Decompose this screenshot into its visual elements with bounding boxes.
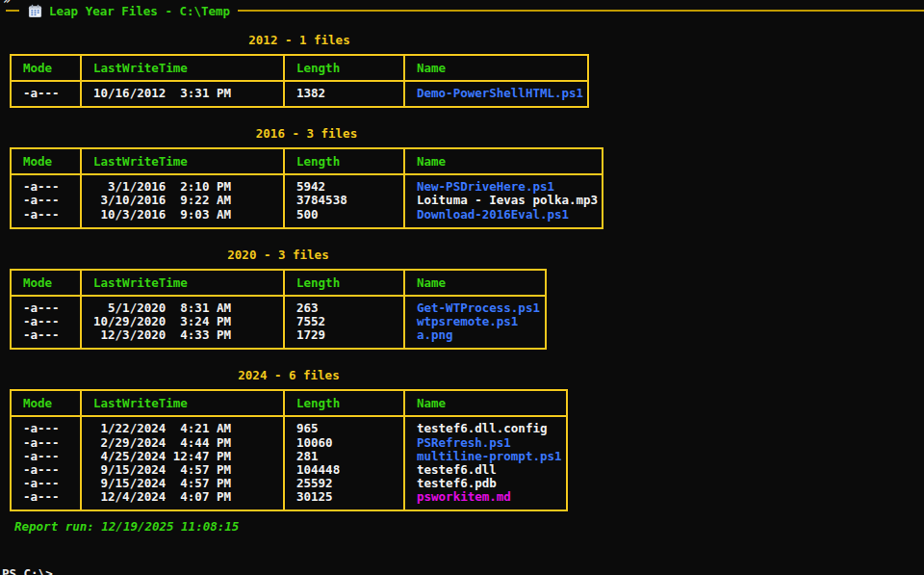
file-table: ModeLastWriteTimeLengthName-a---10/16/20… bbox=[10, 54, 589, 108]
mode-column: -a--- bbox=[12, 82, 82, 106]
column-header-name: Name bbox=[405, 390, 566, 416]
file-mode: -a--- bbox=[23, 208, 69, 222]
column-header-lastwritetime: LastWriteTime bbox=[82, 55, 285, 81]
table-header-row: ModeLastWriteTimeLengthName bbox=[12, 391, 566, 417]
group-title: 2024 - 6 files bbox=[10, 369, 568, 382]
mode-column: -a----a----a----a----a----a--- bbox=[12, 417, 82, 510]
lastwritetime-column: 10/16/2012 3:31 PM bbox=[82, 82, 285, 106]
file-name: testef6.dll.config bbox=[417, 422, 555, 435]
column-header-mode: Mode bbox=[12, 148, 82, 174]
file-length: 281 bbox=[296, 450, 393, 463]
file-mode: -a--- bbox=[23, 194, 69, 207]
file-mode: -a--- bbox=[23, 450, 69, 463]
shell-prompt[interactable]: PS C:\> bbox=[2, 566, 53, 575]
name-column: New-PSDriveHere.ps1Loituma - Ievas polka… bbox=[405, 175, 602, 227]
file-length: 5942 bbox=[296, 180, 393, 194]
file-lwt: 10/3/2016 9:03 AM bbox=[93, 208, 272, 222]
file-lwt: 9/15/2024 4:57 PM bbox=[93, 463, 272, 477]
file-mode: -a--- bbox=[23, 315, 69, 328]
column-header-mode: Mode bbox=[12, 270, 82, 296]
file-name: Demo-PowerShellHTML.ps1 bbox=[417, 87, 577, 100]
file-lwt: 12/4/2024 4:07 PM bbox=[93, 490, 272, 504]
file-name: PSRefresh.ps1 bbox=[417, 436, 555, 450]
file-mode: -a--- bbox=[23, 180, 69, 194]
file-name: testef6.dll bbox=[417, 463, 555, 477]
file-lwt: 12/3/2020 4:33 PM bbox=[93, 328, 272, 342]
column-header-name: Name bbox=[405, 148, 602, 174]
file-mode: -a--- bbox=[23, 422, 69, 435]
group-title: 2012 - 1 files bbox=[10, 34, 589, 47]
file-length: 263 bbox=[296, 301, 393, 315]
rule-dash bbox=[6, 10, 19, 12]
file-name: New-PSDriveHere.ps1 bbox=[417, 180, 591, 194]
file-table: ModeLastWriteTimeLengthName-a----a----a-… bbox=[10, 147, 603, 229]
report-header-rule: Leap Year Files - C:\Temp bbox=[6, 0, 924, 14]
group-title: 2016 - 3 files bbox=[10, 127, 603, 141]
table-header-row: ModeLastWriteTimeLengthName bbox=[12, 56, 587, 82]
file-name: Download-2016Eval.ps1 bbox=[417, 208, 591, 222]
file-length: 3784538 bbox=[296, 194, 393, 207]
lastwritetime-column: 3/1/2016 2:10 PM 3/10/2016 9:22 AM 10/3/… bbox=[82, 175, 285, 227]
column-header-lastwritetime: LastWriteTime bbox=[82, 390, 285, 416]
column-header-length: Length bbox=[285, 148, 405, 174]
mode-column: -a----a----a--- bbox=[12, 175, 82, 227]
length-column: 1382 bbox=[285, 82, 405, 106]
file-length: 500 bbox=[296, 208, 393, 222]
file-length: 1729 bbox=[296, 328, 393, 342]
column-header-lastwritetime: LastWriteTime bbox=[82, 148, 285, 174]
table-body: -a----a----a--- 5/1/2020 8:31 AM10/29/20… bbox=[12, 297, 545, 349]
length-column: 965100602811044482559230125 bbox=[285, 417, 405, 510]
report-run-timestamp: Report run: 12/19/2025 11:08:15 bbox=[10, 520, 924, 534]
table-header-row: ModeLastWriteTimeLengthName bbox=[12, 271, 545, 297]
file-table: ModeLastWriteTimeLengthName-a----a----a-… bbox=[10, 269, 547, 351]
length-column: 59423784538500 bbox=[285, 175, 405, 227]
lastwritetime-column: 5/1/2020 8:31 AM10/29/2020 3:24 PM 12/3/… bbox=[82, 297, 285, 349]
file-mode: -a--- bbox=[23, 477, 69, 490]
name-column: Get-WTProcess.ps1wtpsremote.ps1a.png bbox=[405, 297, 545, 349]
file-length: 965 bbox=[296, 422, 393, 435]
file-length: 10060 bbox=[296, 436, 393, 450]
column-header-length: Length bbox=[285, 390, 405, 416]
length-column: 26375521729 bbox=[285, 297, 405, 349]
year-group-2020: 2020 - 3 filesModeLastWriteTimeLengthNam… bbox=[10, 248, 924, 351]
file-name: psworkitem.md bbox=[417, 490, 555, 504]
file-lwt: 5/1/2020 8:31 AM bbox=[93, 301, 272, 315]
file-mode: -a--- bbox=[23, 463, 69, 477]
rule-fill bbox=[238, 10, 924, 12]
file-lwt: 1/22/2024 4:21 AM bbox=[93, 422, 272, 435]
file-lwt: 3/1/2016 2:10 PM bbox=[93, 180, 272, 194]
file-name: testef6.pdb bbox=[417, 477, 555, 490]
file-lwt: 2/29/2024 4:44 PM bbox=[93, 436, 272, 450]
file-mode: -a--- bbox=[23, 490, 69, 504]
file-mode: -a--- bbox=[23, 436, 69, 450]
file-name: multiline-prompt.ps1 bbox=[417, 450, 555, 463]
year-group-2016: 2016 - 3 filesModeLastWriteTimeLengthNam… bbox=[10, 127, 924, 229]
file-lwt: 9/15/2024 4:57 PM bbox=[93, 477, 272, 490]
calendar-icon bbox=[28, 4, 42, 18]
file-name: wtpsremote.ps1 bbox=[417, 315, 534, 328]
column-header-mode: Mode bbox=[12, 390, 82, 416]
table-body: -a----a----a----a----a----a--- 1/22/2024… bbox=[12, 417, 566, 510]
table-body: -a---10/16/2012 3:31 PM1382Demo-PowerShe… bbox=[12, 82, 587, 106]
file-mode: -a--- bbox=[23, 301, 69, 315]
file-lwt: 3/10/2016 9:22 AM bbox=[93, 194, 272, 207]
file-length: 30125 bbox=[296, 490, 393, 504]
table-body: -a----a----a--- 3/1/2016 2:10 PM 3/10/20… bbox=[12, 175, 602, 227]
lastwritetime-column: 1/22/2024 4:21 AM 2/29/2024 4:44 PM 4/25… bbox=[82, 417, 285, 510]
file-length: 104448 bbox=[296, 463, 393, 477]
file-mode: -a--- bbox=[23, 328, 69, 342]
file-mode: -a--- bbox=[23, 87, 69, 100]
name-column: Demo-PowerShellHTML.ps1 bbox=[405, 82, 587, 106]
table-header-row: ModeLastWriteTimeLengthName bbox=[12, 149, 602, 175]
year-groups: 2012 - 1 filesModeLastWriteTimeLengthNam… bbox=[10, 34, 924, 511]
column-header-length: Length bbox=[285, 270, 405, 296]
file-length: 1382 bbox=[296, 87, 393, 100]
report-title: Leap Year Files - C:\Temp bbox=[49, 4, 230, 18]
file-name: Get-WTProcess.ps1 bbox=[417, 301, 534, 315]
year-group-2012: 2012 - 1 filesModeLastWriteTimeLengthNam… bbox=[10, 34, 924, 108]
terminal-screen: » Leap Year Files - C:\Temp 2012 - 1 fil… bbox=[0, 0, 924, 575]
column-header-lastwritetime: LastWriteTime bbox=[82, 270, 285, 296]
file-name: Loituma - Ievas polka.mp3 bbox=[417, 194, 591, 207]
group-title: 2020 - 3 files bbox=[10, 248, 547, 262]
file-lwt: 10/29/2020 3:24 PM bbox=[93, 315, 272, 328]
